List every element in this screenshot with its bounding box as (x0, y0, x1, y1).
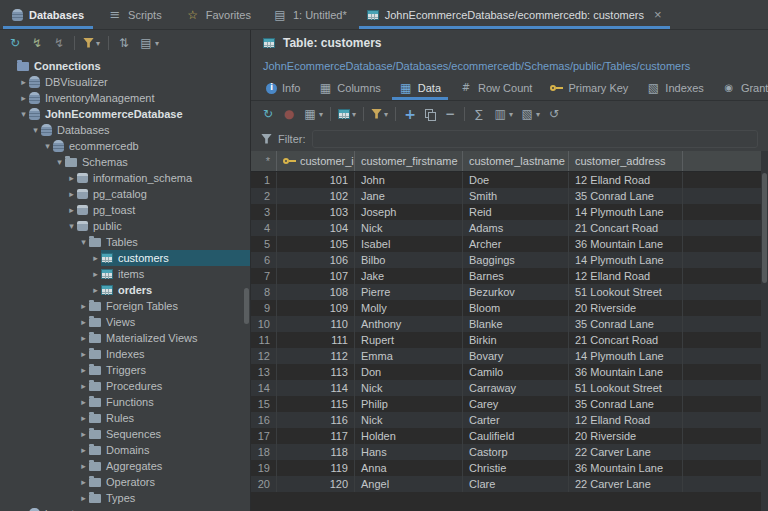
chevron-right-icon[interactable]: ▸ (78, 397, 89, 407)
tab-row-count[interactable]: Row Count (450, 76, 541, 100)
cell-customer-address[interactable]: 22 Carver Lane (569, 476, 683, 492)
chevron-right-icon[interactable]: ▸ (66, 189, 77, 199)
chevron-down-icon[interactable]: ▾ (66, 221, 77, 231)
cell-customer-id[interactable]: 120 (277, 476, 355, 492)
row-number[interactable]: 15 (251, 396, 277, 412)
cell-customer-address[interactable]: 21 Concart Road (569, 220, 683, 236)
chevron-down-icon[interactable]: ▾ (352, 110, 356, 119)
cell-customer-lastname[interactable]: Blanke (463, 316, 569, 332)
tree-item-indexes[interactable]: ▸Indexes (0, 346, 250, 362)
row-number[interactable]: 4 (251, 220, 277, 236)
chevron-down-icon[interactable]: ▾ (54, 157, 65, 167)
cell-customer-firstname[interactable]: Isabel (355, 236, 463, 252)
chevron-right-icon[interactable]: ▸ (90, 253, 101, 263)
grid-view-button[interactable]: ▾ (303, 107, 323, 121)
tab-databases[interactable]: Databases (0, 0, 96, 29)
cell-customer-firstname[interactable]: Anthony (355, 316, 463, 332)
row-number[interactable]: 3 (251, 204, 277, 220)
tree-item-databases[interactable]: ▾Databases (0, 122, 250, 138)
tree-item-connections[interactable]: Connections (0, 58, 250, 74)
tree-item-materialized-views[interactable]: ▸Materialized Views (0, 330, 250, 346)
cell-customer-id[interactable]: 106 (277, 252, 355, 268)
tree-item-tables[interactable]: ▾Tables (0, 234, 250, 250)
cell-customer-id[interactable]: 108 (277, 284, 355, 300)
cell-customer-address[interactable]: 20 Riverside (569, 428, 683, 444)
tree-item-items[interactable]: ▸items (0, 266, 250, 282)
filter-button[interactable]: ▾ (371, 109, 388, 120)
breadcrumb[interactable]: JohnEcommerceDatabase/Databases/ecommerc… (251, 56, 768, 76)
cell-customer-lastname[interactable]: Birkin (463, 332, 569, 348)
cell-customer-firstname[interactable]: Molly (355, 300, 463, 316)
tab-scripts[interactable]: Scripts (96, 0, 174, 29)
tree-item-operators[interactable]: ▸Operators (0, 474, 250, 490)
tree-item-aggregates[interactable]: ▸Aggregates (0, 458, 250, 474)
chevron-right-icon[interactable]: ▸ (78, 429, 89, 439)
tab-data[interactable]: Data (390, 76, 450, 100)
cell-customer-id[interactable]: 110 (277, 316, 355, 332)
cell-customer-firstname[interactable]: Jane (355, 188, 463, 204)
cell-customer-address[interactable]: 36 Mountain Lane (569, 236, 683, 252)
tree-item-schemas[interactable]: ▾Schemas (0, 154, 250, 170)
grid-corner-cell[interactable]: * (251, 151, 277, 171)
row-number[interactable]: 9 (251, 300, 277, 316)
cell-customer-address[interactable]: 21 Concart Road (569, 332, 683, 348)
refresh-button[interactable] (8, 36, 22, 50)
cell-customer-lastname[interactable]: Doe (463, 172, 569, 188)
chevron-down-icon[interactable]: ▾ (319, 110, 323, 119)
cell-customer-address[interactable]: 14 Plymouth Lane (569, 348, 683, 364)
cell-customer-id[interactable]: 119 (277, 460, 355, 476)
cell-customer-firstname[interactable]: Angel (355, 476, 463, 492)
cell-customer-id[interactable]: 102 (277, 188, 355, 204)
row-number[interactable]: 12 (251, 348, 277, 364)
cell-customer-lastname[interactable]: Reid (463, 204, 569, 220)
cell-customer-lastname[interactable]: Carey (463, 396, 569, 412)
chevron-right-icon[interactable]: ▸ (78, 477, 89, 487)
cell-customer-id[interactable]: 115 (277, 396, 355, 412)
chevron-right-icon[interactable]: ▸ (78, 333, 89, 343)
column-header-customer-lastname[interactable]: customer_lastname (463, 151, 569, 171)
collapse-all-button[interactable] (117, 36, 131, 50)
cell-customer-address[interactable]: 36 Mountain Lane (569, 460, 683, 476)
cell-customer-id[interactable]: 111 (277, 332, 355, 348)
cell-customer-address[interactable]: 51 Lookout Street (569, 380, 683, 396)
chevron-right-icon[interactable]: ▸ (66, 173, 77, 183)
chevron-down-icon[interactable]: ▾ (509, 110, 513, 119)
cell-customer-lastname[interactable]: Caulifield (463, 428, 569, 444)
cell-customer-address[interactable]: 35 Conrad Lane (569, 188, 683, 204)
tree-item-foreign-tables[interactable]: ▸Foreign Tables (0, 298, 250, 314)
tree-item-orders[interactable]: ▸orders (0, 282, 250, 298)
duplicate-row-button[interactable] (424, 108, 436, 120)
scrollbar-thumb[interactable] (762, 173, 767, 283)
cell-customer-lastname[interactable]: Camilo (463, 364, 569, 380)
tab-favorites[interactable]: Favorites (174, 0, 263, 29)
cell-customer-id[interactable]: 101 (277, 172, 355, 188)
cell-customer-id[interactable]: 104 (277, 220, 355, 236)
chevron-right-icon[interactable]: ▸ (78, 381, 89, 391)
tree-item-dbvisualizer[interactable]: ▸DBVisualizer (0, 74, 250, 90)
cell-customer-firstname[interactable]: Don (355, 364, 463, 380)
cell-customer-id[interactable]: 112 (277, 348, 355, 364)
editor-tab-customers[interactable]: JohnEcommerceDatabase/ecommercedb: custo… (357, 0, 672, 29)
cell-customer-address[interactable]: 35 Conrad Lane (569, 396, 683, 412)
cell-customer-firstname[interactable]: Nick (355, 412, 463, 428)
chevron-down-icon[interactable]: ▾ (42, 141, 53, 151)
sidebar-scrollbar[interactable] (243, 56, 250, 511)
tree-item-views[interactable]: ▸Views (0, 314, 250, 330)
chevron-right-icon[interactable]: ▸ (90, 269, 101, 279)
cell-customer-firstname[interactable]: Hans (355, 444, 463, 460)
chevron-right-icon[interactable]: ▸ (66, 205, 77, 215)
cell-customer-address[interactable]: 20 Riverside (569, 300, 683, 316)
tree-item-domains[interactable]: ▸Domains (0, 442, 250, 458)
tree-item-inventory[interactable]: ▸inventory (0, 506, 250, 511)
cell-customer-lastname[interactable]: Castorp (463, 444, 569, 460)
chevron-right-icon[interactable]: ▸ (18, 93, 29, 103)
row-number[interactable]: 16 (251, 412, 277, 428)
row-number[interactable]: 8 (251, 284, 277, 300)
cell-customer-address[interactable]: 22 Carver Lane (569, 444, 683, 460)
column-setup-button[interactable]: ▾ (493, 107, 513, 121)
row-number[interactable]: 19 (251, 460, 277, 476)
chevron-right-icon[interactable]: ▸ (18, 77, 29, 87)
row-number[interactable]: 10 (251, 316, 277, 332)
chevron-down-icon[interactable]: ▾ (18, 109, 29, 119)
cell-customer-lastname[interactable]: Carraway (463, 380, 569, 396)
